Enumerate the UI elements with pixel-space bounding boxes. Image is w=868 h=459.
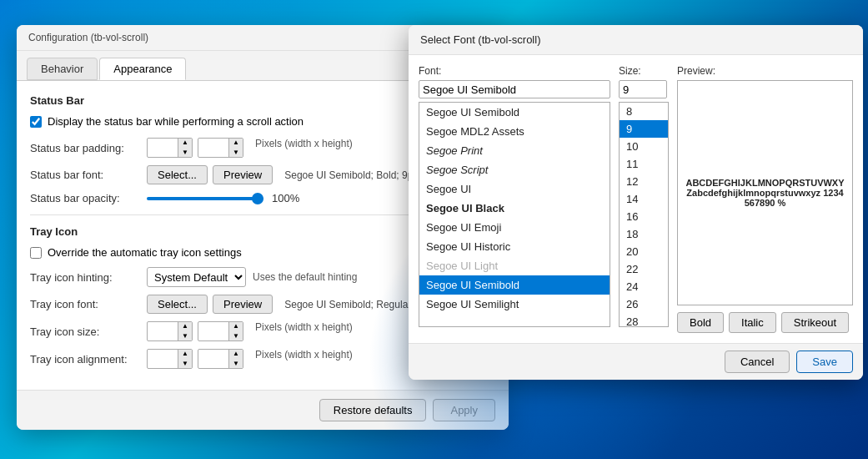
tray-hinting-select[interactable]: System Default No Hinting Slight Medium … [147, 267, 246, 287]
size-item[interactable]: 28 [620, 313, 668, 327]
list-item-selected[interactable]: Segoe UI Semibold [419, 275, 610, 295]
tray-align-x-up[interactable]: ▲ [178, 349, 192, 359]
opacity-label: Status bar opacity: [30, 192, 147, 204]
font-dialog-body: Font: Segoe UI Semibold Segoe MDL2 Asset… [409, 55, 863, 343]
padding-height-arrows: ▲ ▼ [228, 138, 243, 158]
tray-size-height-down[interactable]: ▼ [229, 331, 243, 341]
opacity-value: 100% [272, 192, 299, 204]
size-item[interactable]: 18 [620, 225, 668, 243]
apply-button[interactable]: Apply [433, 399, 495, 421]
list-item[interactable]: Segoe UI Semibold [419, 103, 610, 122]
tray-align-y-spinner: 0 ▲ ▼ [198, 349, 243, 369]
tray-align-y-down[interactable]: ▼ [229, 359, 243, 369]
tray-font-controls: Select... Preview Segoe UI Semibold; Reg… [147, 295, 436, 314]
tray-size-width-down[interactable]: ▼ [178, 331, 192, 341]
size-item[interactable]: 12 [620, 173, 668, 190]
tray-font-select-button[interactable]: Select... [147, 295, 208, 314]
list-item[interactable]: Segoe UI Black [419, 199, 610, 218]
cancel-button[interactable]: Cancel [725, 351, 790, 373]
tray-align-label: Tray icon alignment: [30, 353, 147, 366]
padding-width-up[interactable]: ▲ [178, 138, 192, 148]
list-item[interactable]: Segoe Script [419, 160, 610, 179]
tray-font-preview-button[interactable]: Preview [213, 295, 273, 314]
tray-size-width-spinner: 32 ▲ ▼ [147, 321, 193, 341]
list-item[interactable]: Segoe UI Historic [419, 237, 610, 256]
font-list[interactable]: Segoe UI Semibold Segoe MDL2 Assets Sego… [419, 102, 610, 327]
list-item[interactable]: Segoe UI Light [419, 256, 610, 275]
padding-unit: Pixels (width x height) [255, 138, 353, 158]
size-item[interactable]: 10 [620, 138, 668, 155]
size-item[interactable]: 26 [620, 295, 668, 313]
font-dialog: Select Font (tb-vol-scroll) Font: Segoe … [409, 25, 863, 380]
padding-width-down[interactable]: ▼ [178, 148, 192, 158]
size-item-selected[interactable]: 9 [620, 120, 668, 138]
size-item[interactable]: 16 [620, 208, 668, 225]
tray-align-x-spinner: 0 ▲ ▼ [147, 349, 193, 369]
font-dialog-title: Select Font (tb-vol-scroll) [409, 25, 863, 55]
list-item[interactable]: Segoe UI [419, 179, 610, 199]
display-status-bar-label: Display the status bar while performing … [48, 115, 304, 128]
tray-size-height-input[interactable]: 32 [198, 325, 228, 338]
list-item[interactable]: Segoe UI Semilight [419, 295, 610, 314]
padding-width-input[interactable]: 5 [148, 142, 178, 154]
status-font-controls: Select... Preview Segoe UI Semibold; Bol… [147, 165, 416, 184]
size-column: Size: 8 9 10 11 12 14 16 18 20 22 24 26 … [619, 65, 669, 333]
tray-align-x-down[interactable]: ▼ [178, 359, 192, 369]
size-item[interactable]: 24 [620, 278, 668, 295]
size-item[interactable]: 22 [620, 260, 668, 278]
tray-size-spinners: 32 ▲ ▼ 32 ▲ ▼ Pixels (width x height) [147, 321, 353, 341]
override-tray-checkbox[interactable] [30, 247, 42, 259]
padding-spinners: 5 ▲ ▼ 5 ▲ ▼ Pixels (width x height) [147, 138, 353, 158]
display-status-bar-checkbox[interactable] [30, 116, 42, 128]
status-font-select-button[interactable]: Select... [147, 165, 208, 184]
tray-size-height-up[interactable]: ▲ [229, 321, 243, 331]
tray-size-height-spinner: 32 ▲ ▼ [198, 321, 243, 341]
bold-button[interactable]: Bold [677, 312, 724, 333]
size-item[interactable]: 14 [620, 190, 668, 208]
padding-label: Status bar padding: [30, 142, 147, 154]
opacity-slider[interactable] [147, 197, 263, 200]
strikeout-button[interactable]: Strikeout [781, 312, 849, 333]
tray-size-width-input[interactable]: 32 [148, 325, 178, 338]
restore-defaults-button[interactable]: Restore defaults [319, 399, 427, 421]
italic-button[interactable]: Italic [729, 312, 776, 333]
font-col-label: Font: [419, 65, 610, 77]
padding-height-down[interactable]: ▼ [229, 148, 243, 158]
tab-appearance[interactable]: Appearance [99, 58, 186, 80]
tray-size-label: Tray icon size: [30, 325, 147, 338]
preview-text: ABCDEFGHIJKLMNOPQRSTUVWXYZabcdefghijklmn… [678, 171, 852, 214]
save-button[interactable]: Save [796, 351, 853, 373]
size-item[interactable]: 11 [620, 155, 668, 173]
tray-align-x-input[interactable]: 0 [148, 353, 178, 366]
tray-size-unit: Pixels (width x height) [255, 321, 353, 341]
list-item[interactable]: Segoe Print [419, 141, 610, 160]
font-list-column: Font: Segoe UI Semibold Segoe MDL2 Asset… [419, 65, 610, 333]
list-item[interactable]: Segoe UI Emoji [419, 218, 610, 237]
size-list[interactable]: 8 9 10 11 12 14 16 18 20 22 24 26 28 36 … [619, 102, 669, 327]
list-item[interactable]: Segoe MDL2 Assets [419, 122, 610, 141]
tray-align-y-input[interactable]: 0 [198, 353, 228, 366]
size-input[interactable] [619, 80, 667, 98]
padding-height-spinner: 5 ▲ ▼ [198, 138, 243, 158]
font-search-input[interactable] [419, 80, 610, 98]
tab-behavior[interactable]: Behavior [27, 58, 98, 80]
config-title: Configuration (tb-vol-scroll) [28, 32, 148, 43]
size-item[interactable]: 20 [620, 243, 668, 260]
size-col-label: Size: [619, 65, 669, 77]
size-item[interactable]: 8 [620, 103, 668, 120]
tray-align-x-arrows: ▲ ▼ [178, 349, 192, 369]
tray-hinting-label: Tray icon hinting: [30, 271, 147, 284]
status-font-preview-button[interactable]: Preview [213, 165, 273, 184]
padding-height-up[interactable]: ▲ [229, 138, 243, 148]
preview-col-label: Preview: [677, 65, 853, 77]
tray-align-y-up[interactable]: ▲ [229, 349, 243, 359]
tray-align-y-arrows: ▲ ▼ [228, 349, 243, 369]
font-dialog-footer: Cancel Save [409, 343, 863, 380]
opacity-slider-container: 100% [147, 192, 299, 204]
tray-size-height-arrows: ▲ ▼ [228, 321, 243, 341]
padding-height-input[interactable]: 5 [198, 142, 228, 154]
config-footer: Restore defaults Apply [17, 390, 509, 430]
tray-size-width-up[interactable]: ▲ [178, 321, 192, 331]
preview-column: Preview: ABCDEFGHIJKLMNOPQRSTUVWXYZabcde… [677, 65, 853, 333]
preview-box: ABCDEFGHIJKLMNOPQRSTUVWXYZabcdefghijklmn… [677, 80, 853, 305]
